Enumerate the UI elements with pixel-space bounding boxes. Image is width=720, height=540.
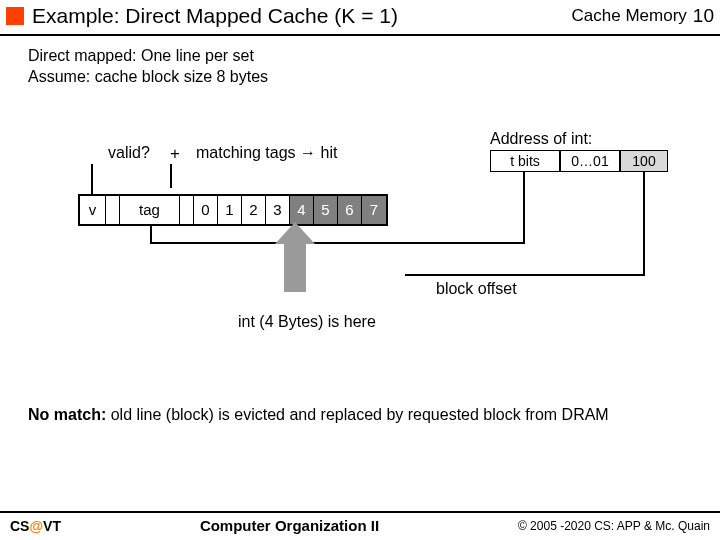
address-offset: 100 [620, 150, 668, 172]
section-label: Cache Memory [572, 6, 687, 26]
no-match-note: No match: old line (block) is evicted an… [0, 368, 720, 424]
match-label: matching tags → hit [196, 144, 337, 162]
byte-cell-6: 6 [338, 196, 362, 224]
byte-cell-7: 7 [362, 196, 386, 224]
cell-spacer [180, 196, 194, 224]
footer-copyright: © 2005 -2020 CS: APP & Mc. Quain [518, 519, 710, 533]
plus-label: + [170, 144, 180, 164]
slide-footer: CS@VT Computer Organization II © 2005 -2… [0, 511, 720, 540]
valid-pointer-line [91, 164, 93, 194]
footer-course: Computer Organization II [61, 517, 518, 534]
cache-diagram: valid? + matching tags → hit Address of … [0, 88, 720, 368]
tbits-connector-up [150, 224, 152, 244]
tag-cell: tag [120, 196, 180, 224]
int-location-label: int (4 Bytes) is here [238, 313, 376, 331]
page-number: 10 [693, 5, 714, 27]
byte-cell-1: 1 [218, 196, 242, 224]
byte-cell-5: 5 [314, 196, 338, 224]
block-offset-arrow-icon [275, 222, 315, 292]
byte-cell-3: 3 [266, 196, 290, 224]
byte-cell-4: 4 [290, 196, 314, 224]
no-match-bold: No match: [28, 406, 106, 423]
intro-line-2: Assume: cache block size 8 bytes [28, 67, 720, 88]
footer-brand-vt: VT [43, 518, 61, 534]
footer-brand-cs: CS [10, 518, 29, 534]
tbits-connector-across [150, 242, 525, 244]
address-tbits: t bits [490, 150, 560, 172]
intro-line-1: Direct mapped: One line per set [28, 46, 720, 67]
cache-line-row: v tag 0 1 2 3 4 5 6 7 [78, 194, 388, 226]
byte-cell-2: 2 [242, 196, 266, 224]
tbits-connector-down [523, 172, 525, 244]
valid-label: valid? [108, 144, 150, 162]
slide-title: Example: Direct Mapped Cache (K = 1) [32, 4, 572, 28]
address-title: Address of int: [490, 130, 592, 148]
byte-cell-0: 0 [194, 196, 218, 224]
offset-connector-down [643, 172, 645, 276]
slide-marker-icon [6, 7, 24, 25]
block-offset-label: block offset [436, 280, 517, 298]
footer-brand: CS@VT [10, 518, 61, 534]
no-match-rest: old line (block) is evicted and replaced… [106, 406, 608, 423]
plus-pointer-line [170, 164, 172, 188]
address-set-index: 0…01 [560, 150, 620, 172]
offset-connector-across [405, 274, 645, 276]
valid-bit-cell: v [80, 196, 106, 224]
cell-spacer [106, 196, 120, 224]
footer-brand-at: @ [29, 518, 43, 534]
